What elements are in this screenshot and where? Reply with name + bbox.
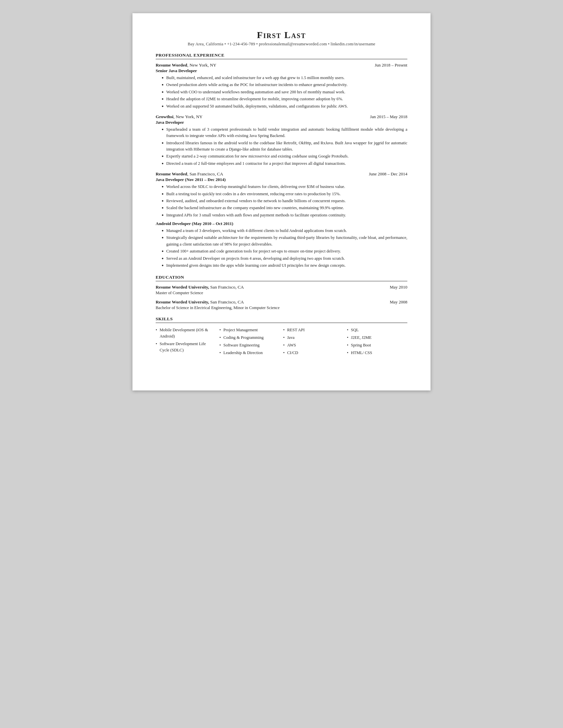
bullet-item: Owned production alerts while acting as … <box>162 82 407 88</box>
bullet-item: Spearheaded a team of 3 competent profes… <box>162 126 407 139</box>
job-header-1: Resume Worded, New York, NY Jun 2018 – P… <box>156 63 407 68</box>
job-dates-2: Jan 2015 – May 2018 <box>370 114 407 119</box>
job-block-3: Resume Worded, San Francisco, CA June 20… <box>156 171 407 269</box>
job-title-3b: Android Developer (May 2010 – Oct 2011) <box>156 221 407 226</box>
skill-item: Project Management <box>219 326 280 334</box>
skill-item: REST API <box>283 326 344 334</box>
job-title-1: Senior Java Developer <box>156 68 407 73</box>
edu-date-1: May 2010 <box>390 285 407 290</box>
bullet-item: Worked with COO to understand workflows … <box>162 89 407 95</box>
job-bullets-1: Built, maintained, enhanced, and scaled … <box>156 75 407 110</box>
skill-item: Leadership & Direction <box>219 349 280 357</box>
skill-item: Mobile Development (iOS & Android) <box>156 326 216 340</box>
bullet-item: Implemented given designs into the apps … <box>162 262 407 269</box>
job-company-name-2: Growthsi <box>156 114 173 119</box>
bullet-item: Created 100+ automation and code generat… <box>162 248 407 254</box>
job-dates-1: Jun 2018 – Present <box>375 63 407 68</box>
skill-item: Coding & Programming <box>219 334 280 341</box>
edu-degree-1: Master of Computer Science <box>156 291 407 296</box>
experience-section: Professional Experience Resume Worded, N… <box>156 53 407 269</box>
job-location-2: , New York, NY <box>173 114 203 119</box>
job-company-3: Resume Worded, San Francisco, CA <box>156 171 223 177</box>
contact-info: Bay Area, California • +1-234-456-789 • … <box>156 42 407 47</box>
skills-col-4: SQL J2EE, J2ME Spring Boot HTML/ CSS <box>347 326 408 356</box>
job-block-1: Resume Worded, New York, NY Jun 2018 – P… <box>156 63 407 110</box>
job-title-3b-label: Android Developer <box>156 221 191 226</box>
resume-page: First Last Bay Area, California • +1-234… <box>132 13 431 390</box>
skills-col-2: Project Management Coding & Programming … <box>219 326 280 356</box>
skill-item: Software Development Life Cycle (SDLC) <box>156 340 216 354</box>
skill-item: AWS <box>283 341 344 349</box>
job-title-3: Java Developer (Nov 2011 – Dec 2014) <box>156 177 407 182</box>
skills-section-title: Skills <box>156 316 407 323</box>
bullet-item: Built a testing tool to quickly test cod… <box>162 191 407 197</box>
job-header-2: Growthsi, New York, NY Jan 2015 – May 20… <box>156 114 407 119</box>
job-location-3: , San Francisco, CA <box>187 171 223 176</box>
bullet-item: Worked across the SDLC to develop meanin… <box>162 184 407 190</box>
bullet-item: Strategically designed suitable architec… <box>162 235 407 248</box>
job-dates-3: June 2008 – Dec 2014 <box>369 171 407 177</box>
bullet-item: Directed a team of 2 full-time employees… <box>162 160 407 167</box>
edu-school-name-1: Resume Worded University, <box>156 285 209 290</box>
skills-col-3: REST API Java AWS CI/CD <box>283 326 344 356</box>
job-location-1: , New York, NY <box>187 63 216 68</box>
job-company-name-1: Resume Worded <box>156 63 187 68</box>
edu-block-1: Resume Worded University, San Francisco,… <box>156 285 407 296</box>
experience-section-title: Professional Experience <box>156 53 407 59</box>
skill-item: HTML/ CSS <box>347 349 408 357</box>
job-title-3b-dates: (May 2010 – Oct 2011) <box>191 221 233 226</box>
skills-grid: Mobile Development (iOS & Android) Softw… <box>156 326 407 356</box>
skill-item: CI/CD <box>283 349 344 357</box>
edu-school-name-2: Resume Worded University, <box>156 299 209 304</box>
skill-item: J2EE, J2ME <box>347 334 408 341</box>
education-section-title: Education <box>156 275 407 281</box>
bullet-item: Reviewed, audited, and onboarded externa… <box>162 198 407 204</box>
bullet-item: Built, maintained, enhanced, and scaled … <box>162 75 407 81</box>
job-block-2: Growthsi, New York, NY Jan 2015 – May 20… <box>156 114 407 167</box>
skill-item: Java <box>283 334 344 341</box>
bullet-item: Worked on and supported 50 automated bui… <box>162 103 407 110</box>
edu-school-location-1: San Francisco, CA <box>210 285 244 290</box>
edu-date-2: May 2008 <box>390 299 407 305</box>
bullet-item: Headed the adoption of J2ME to streamlin… <box>162 96 407 102</box>
job-header-3: Resume Worded, San Francisco, CA June 20… <box>156 171 407 177</box>
skill-item: SQL <box>347 326 408 334</box>
resume-header: First Last Bay Area, California • +1-234… <box>156 30 407 47</box>
bullet-item: Introduced libraries famous in the andro… <box>162 140 407 153</box>
edu-school-location-2: San Francisco, CA <box>210 299 244 304</box>
education-section: Education Resume Worded University, San … <box>156 275 407 310</box>
bullet-item: Scaled the backend infrastructure as the… <box>162 205 407 211</box>
skill-item: Software Engineering <box>219 341 280 349</box>
job-title-3-label: Java Developer <box>156 177 184 182</box>
skill-item: Spring Boot <box>347 341 408 349</box>
skills-section: Skills Mobile Development (iOS & Android… <box>156 316 407 356</box>
edu-header-1: Resume Worded University, San Francisco,… <box>156 285 407 290</box>
bullet-item: Integrated APIs for 3 small vendors with… <box>162 212 407 218</box>
skills-col-1: Mobile Development (iOS & Android) Softw… <box>156 326 216 356</box>
edu-school-2: Resume Worded University, San Francisco,… <box>156 299 244 305</box>
job-title-2: Java Developer <box>156 120 407 125</box>
job-company-1: Resume Worded, New York, NY <box>156 63 216 68</box>
job-bullets-3b: Managed a team of 3 developers, working … <box>156 228 407 269</box>
edu-degree-2: Bachelor of Science in Electrical Engine… <box>156 305 407 310</box>
bullet-item: Served as an Android Developer on projec… <box>162 255 407 262</box>
job-bullets-3: Worked across the SDLC to develop meanin… <box>156 184 407 218</box>
bullet-item: Managed a team of 3 developers, working … <box>162 228 407 234</box>
job-company-name-3: Resume Worded <box>156 171 187 176</box>
edu-block-2: Resume Worded University, San Francisco,… <box>156 299 407 310</box>
edu-school-1: Resume Worded University, San Francisco,… <box>156 285 244 290</box>
candidate-name: First Last <box>156 30 407 40</box>
job-company-2: Growthsi, New York, NY <box>156 114 203 119</box>
bullet-item: Expertly started a 2-way communication f… <box>162 153 407 159</box>
job-title-3-suffix: (Nov 2011 – Dec 2014) <box>184 177 225 182</box>
job-bullets-2: Spearheaded a team of 3 competent profes… <box>156 126 407 167</box>
edu-header-2: Resume Worded University, San Francisco,… <box>156 299 407 305</box>
